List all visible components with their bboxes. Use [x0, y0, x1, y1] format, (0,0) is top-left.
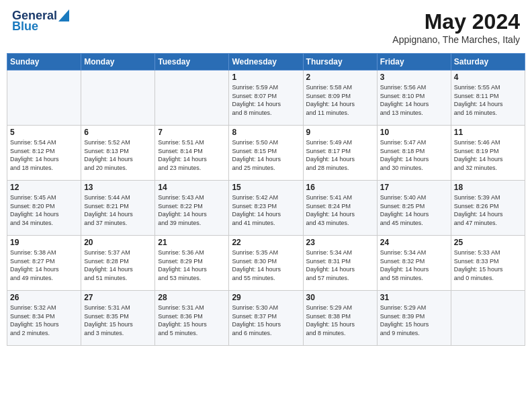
logo: General Blue [12, 9, 69, 34]
calendar-cell: 18Sunrise: 5:39 AM Sunset: 8:26 PM Dayli… [451, 181, 525, 236]
day-number: 30 [306, 293, 374, 302]
day-number: 12 [10, 183, 78, 192]
day-number: 10 [380, 128, 448, 137]
calendar-cell: 9Sunrise: 5:49 AM Sunset: 8:17 PM Daylig… [303, 126, 377, 181]
month-title: May 2024 [392, 9, 520, 34]
calendar-cell [7, 71, 81, 126]
day-info: Sunrise: 5:36 AM Sunset: 8:29 PM Dayligh… [158, 248, 226, 282]
day-number: 20 [84, 238, 152, 247]
logo-triangle-icon [58, 9, 69, 21]
weekday-header-sunday: Sunday [7, 54, 81, 71]
calendar-cell: 31Sunrise: 5:29 AM Sunset: 8:39 PM Dayli… [377, 291, 451, 346]
calendar-cell: 13Sunrise: 5:44 AM Sunset: 8:21 PM Dayli… [81, 181, 155, 236]
day-info: Sunrise: 5:47 AM Sunset: 8:18 PM Dayligh… [380, 138, 448, 172]
day-number: 31 [380, 293, 448, 302]
day-info: Sunrise: 5:59 AM Sunset: 8:07 PM Dayligh… [232, 83, 300, 117]
calendar-cell: 25Sunrise: 5:33 AM Sunset: 8:33 PM Dayli… [451, 236, 525, 291]
weekday-header-monday: Monday [81, 54, 155, 71]
day-number: 13 [84, 183, 152, 192]
calendar-cell: 21Sunrise: 5:36 AM Sunset: 8:29 PM Dayli… [155, 236, 229, 291]
weekday-header-wednesday: Wednesday [229, 54, 303, 71]
calendar-cell: 23Sunrise: 5:34 AM Sunset: 8:31 PM Dayli… [303, 236, 377, 291]
day-number: 28 [158, 293, 226, 302]
calendar-cell: 27Sunrise: 5:31 AM Sunset: 8:35 PM Dayli… [81, 291, 155, 346]
day-info: Sunrise: 5:46 AM Sunset: 8:19 PM Dayligh… [454, 138, 522, 172]
calendar-cell: 30Sunrise: 5:29 AM Sunset: 8:38 PM Dayli… [303, 291, 377, 346]
calendar-cell: 29Sunrise: 5:30 AM Sunset: 8:37 PM Dayli… [229, 291, 303, 346]
week-row-2: 5Sunrise: 5:54 AM Sunset: 8:12 PM Daylig… [7, 126, 525, 181]
day-info: Sunrise: 5:34 AM Sunset: 8:32 PM Dayligh… [380, 248, 448, 282]
day-info: Sunrise: 5:54 AM Sunset: 8:12 PM Dayligh… [10, 138, 78, 172]
day-number: 16 [306, 183, 374, 192]
day-info: Sunrise: 5:42 AM Sunset: 8:23 PM Dayligh… [232, 193, 300, 227]
day-info: Sunrise: 5:45 AM Sunset: 8:20 PM Dayligh… [10, 193, 78, 227]
day-number: 2 [306, 73, 374, 82]
weekday-header-saturday: Saturday [451, 54, 525, 71]
day-info: Sunrise: 5:30 AM Sunset: 8:37 PM Dayligh… [232, 304, 300, 337]
day-number: 6 [84, 128, 152, 137]
calendar-cell: 26Sunrise: 5:32 AM Sunset: 8:34 PM Dayli… [7, 291, 81, 346]
day-number: 9 [306, 128, 374, 137]
day-info: Sunrise: 5:34 AM Sunset: 8:31 PM Dayligh… [306, 248, 374, 282]
day-info: Sunrise: 5:56 AM Sunset: 8:10 PM Dayligh… [380, 83, 448, 117]
logo-text-blue: Blue [12, 20, 38, 34]
calendar-cell: 16Sunrise: 5:41 AM Sunset: 8:24 PM Dayli… [303, 181, 377, 236]
calendar-cell: 28Sunrise: 5:31 AM Sunset: 8:36 PM Dayli… [155, 291, 229, 346]
day-info: Sunrise: 5:31 AM Sunset: 8:36 PM Dayligh… [158, 304, 226, 337]
day-info: Sunrise: 5:40 AM Sunset: 8:25 PM Dayligh… [380, 193, 448, 227]
weekday-header-friday: Friday [377, 54, 451, 71]
day-number: 29 [232, 293, 300, 302]
day-info: Sunrise: 5:29 AM Sunset: 8:38 PM Dayligh… [306, 304, 374, 337]
day-info: Sunrise: 5:39 AM Sunset: 8:26 PM Dayligh… [454, 193, 522, 227]
calendar-cell: 14Sunrise: 5:43 AM Sunset: 8:22 PM Dayli… [155, 181, 229, 236]
calendar-cell: 20Sunrise: 5:37 AM Sunset: 8:28 PM Dayli… [81, 236, 155, 291]
day-info: Sunrise: 5:50 AM Sunset: 8:15 PM Dayligh… [232, 138, 300, 172]
day-number: 23 [306, 238, 374, 247]
day-info: Sunrise: 5:58 AM Sunset: 8:09 PM Dayligh… [306, 83, 374, 117]
day-number: 4 [454, 73, 522, 82]
weekday-header-tuesday: Tuesday [155, 54, 229, 71]
day-info: Sunrise: 5:29 AM Sunset: 8:39 PM Dayligh… [380, 304, 448, 337]
day-info: Sunrise: 5:43 AM Sunset: 8:22 PM Dayligh… [158, 193, 226, 227]
calendar-cell [81, 71, 155, 126]
day-info: Sunrise: 5:52 AM Sunset: 8:13 PM Dayligh… [84, 138, 152, 172]
day-number: 5 [10, 128, 78, 137]
calendar-cell: 8Sunrise: 5:50 AM Sunset: 8:15 PM Daylig… [229, 126, 303, 181]
day-info: Sunrise: 5:35 AM Sunset: 8:30 PM Dayligh… [232, 248, 300, 282]
calendar-cell: 2Sunrise: 5:58 AM Sunset: 8:09 PM Daylig… [303, 71, 377, 126]
calendar-cell [155, 71, 229, 126]
day-info: Sunrise: 5:33 AM Sunset: 8:33 PM Dayligh… [454, 248, 522, 282]
day-info: Sunrise: 5:49 AM Sunset: 8:17 PM Dayligh… [306, 138, 374, 172]
day-number: 1 [232, 73, 300, 82]
day-info: Sunrise: 5:38 AM Sunset: 8:27 PM Dayligh… [10, 248, 78, 282]
calendar-cell: 22Sunrise: 5:35 AM Sunset: 8:30 PM Dayli… [229, 236, 303, 291]
day-info: Sunrise: 5:37 AM Sunset: 8:28 PM Dayligh… [84, 248, 152, 282]
day-number: 19 [10, 238, 78, 247]
day-number: 21 [158, 238, 226, 247]
title-area: May 2024 Appignano, The Marches, Italy [392, 9, 520, 45]
weekday-header-row: SundayMondayTuesdayWednesdayThursdayFrid… [7, 54, 525, 71]
calendar-cell: 6Sunrise: 5:52 AM Sunset: 8:13 PM Daylig… [81, 126, 155, 181]
day-number: 7 [158, 128, 226, 137]
day-info: Sunrise: 5:32 AM Sunset: 8:34 PM Dayligh… [10, 304, 78, 337]
day-number: 26 [10, 293, 78, 302]
day-number: 8 [232, 128, 300, 137]
day-number: 3 [380, 73, 448, 82]
calendar-table: SundayMondayTuesdayWednesdayThursdayFrid… [7, 53, 525, 346]
day-number: 18 [454, 183, 522, 192]
day-number: 22 [232, 238, 300, 247]
day-number: 25 [454, 238, 522, 247]
day-number: 27 [84, 293, 152, 302]
week-row-4: 19Sunrise: 5:38 AM Sunset: 8:27 PM Dayli… [7, 236, 525, 291]
calendar-cell: 24Sunrise: 5:34 AM Sunset: 8:32 PM Dayli… [377, 236, 451, 291]
calendar-cell: 3Sunrise: 5:56 AM Sunset: 8:10 PM Daylig… [377, 71, 451, 126]
location-title: Appignano, The Marches, Italy [392, 34, 520, 45]
calendar-cell: 7Sunrise: 5:51 AM Sunset: 8:14 PM Daylig… [155, 126, 229, 181]
calendar-cell: 17Sunrise: 5:40 AM Sunset: 8:25 PM Dayli… [377, 181, 451, 236]
day-number: 14 [158, 183, 226, 192]
day-number: 15 [232, 183, 300, 192]
day-info: Sunrise: 5:44 AM Sunset: 8:21 PM Dayligh… [84, 193, 152, 227]
calendar-cell: 4Sunrise: 5:55 AM Sunset: 8:11 PM Daylig… [451, 71, 525, 126]
calendar-cell: 5Sunrise: 5:54 AM Sunset: 8:12 PM Daylig… [7, 126, 81, 181]
week-row-1: 1Sunrise: 5:59 AM Sunset: 8:07 PM Daylig… [7, 71, 525, 126]
